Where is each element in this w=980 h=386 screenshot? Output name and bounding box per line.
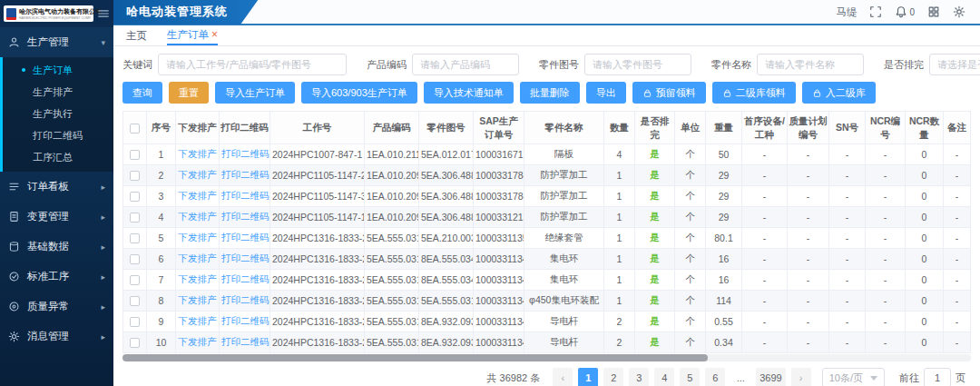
print-qrcode-link[interactable]: 打印二维码 <box>221 190 270 201</box>
cell-ncr-qty: 0 <box>922 295 927 306</box>
goto-page-input[interactable] <box>924 368 951 386</box>
top-bar: 哈电动装管理系统 马缇 0 <box>113 0 980 25</box>
issue-scheduling-link[interactable]: 下发排产 <box>179 232 217 242</box>
issue-scheduling-link[interactable]: 下发排产 <box>179 190 217 201</box>
import-production-order-button[interactable]: 导入生产订单 <box>215 82 295 104</box>
into-secondary-warehouse-button[interactable]: 入二级库 <box>802 82 876 104</box>
page-button-4[interactable]: 4 <box>654 368 674 386</box>
keyword-input[interactable] <box>158 54 347 75</box>
product-code-input[interactable] <box>412 54 519 75</box>
print-qrcode-link[interactable]: 打印二维码 <box>221 232 270 242</box>
row-checkbox[interactable] <box>130 233 140 243</box>
row-checkbox[interactable] <box>130 192 140 202</box>
part-drawing-no-input[interactable] <box>584 54 691 75</box>
print-qrcode-link[interactable]: 打印二维码 <box>221 294 270 305</box>
cell-part-no: 8EA.932.0930 <box>421 316 474 327</box>
issue-scheduling-link[interactable]: 下发排产 <box>179 211 217 222</box>
sidebar-item-production-execution[interactable]: 生产执行 <box>3 103 113 124</box>
sidebar-group-quality-exception[interactable]: 质量异常▸ <box>0 292 113 322</box>
issue-scheduling-link[interactable]: 下发排产 <box>179 252 217 263</box>
issue-scheduling-link[interactable]: 下发排产 <box>179 148 217 159</box>
horizontal-scrollbar-thumb[interactable] <box>122 354 708 361</box>
col-quality-plan-no: 质量计划编号 <box>788 112 829 144</box>
scheduled-select[interactable]: 请选择是否排完 <box>929 54 980 75</box>
horizontal-scrollbar-track <box>122 354 971 361</box>
import-603-903-order-button[interactable]: 导入603/903生产订单 <box>301 82 417 104</box>
print-qrcode-link[interactable]: 打印二维码 <box>221 315 270 326</box>
page-button-5[interactable]: 5 <box>680 368 700 386</box>
prev-page-button[interactable]: ‹ <box>553 368 573 386</box>
row-index-cell: 1 <box>147 144 176 165</box>
current-username[interactable]: 马缇 <box>836 5 857 19</box>
cell-ncr-no-cell: - <box>866 249 906 270</box>
row-checkbox[interactable] <box>130 296 140 306</box>
close-tab-icon[interactable]: × <box>211 28 218 41</box>
row-checkbox[interactable] <box>130 338 140 348</box>
content-panel: 关键词 产品编码 零件图号 零件名称 是否排完 <box>113 46 980 386</box>
print-qrcode-link[interactable]: 打印二维码 <box>221 211 270 222</box>
issue-scheduling-link[interactable]: 下发排产 <box>179 294 217 305</box>
next-page-button[interactable]: › <box>791 368 811 386</box>
row-checkbox[interactable] <box>130 171 140 181</box>
print-qrcode-link[interactable]: 打印二维码 <box>221 169 270 180</box>
page-button-2[interactable]: 2 <box>603 368 623 386</box>
page-button-6[interactable]: 6 <box>705 368 725 386</box>
sidebar-item-production-order[interactable]: 生产订单 <box>3 59 113 81</box>
row-checkbox[interactable] <box>130 317 140 327</box>
cell-product-code: 5EA.555.0312 <box>367 253 419 264</box>
tab-production-order[interactable]: 生产订单 × <box>167 25 218 45</box>
fullscreen-icon[interactable] <box>869 5 882 18</box>
issue-scheduling-link[interactable]: 下发排产 <box>179 169 217 180</box>
export-button[interactable]: 导出 <box>586 82 626 104</box>
cell-unit-cell: 个 <box>675 249 706 270</box>
import-603-903-order-label: 导入603/903生产订单 <box>311 86 407 100</box>
print-qrcode-link-cell: 打印二维码 <box>220 332 270 353</box>
cell-qty: 4 <box>617 149 622 160</box>
batch-delete-button[interactable]: 批量删除 <box>520 82 580 104</box>
sidebar-group-change-management[interactable]: 变更管理▸ <box>0 202 113 232</box>
sidebar-group-message-management[interactable]: 消息管理▸ <box>0 322 113 351</box>
secondary-warehouse-pick-button[interactable]: 二级库领料 <box>712 82 796 104</box>
sidebar-group-production-management[interactable]: 生产管理▾ <box>0 27 113 57</box>
sidebar-item-production-scheduling[interactable]: 生产排产 <box>3 81 113 103</box>
print-qrcode-link[interactable]: 打印二维码 <box>221 336 270 347</box>
page-button-1[interactable]: 1 <box>578 368 598 386</box>
sidebar-group-basic-data[interactable]: 基础数据▸ <box>0 232 113 262</box>
col-sn-no: SN号 <box>829 112 866 144</box>
notifications-button[interactable]: 0 <box>895 5 915 18</box>
gear-icon[interactable] <box>953 5 965 18</box>
cell-remark-cell: - <box>944 207 971 228</box>
apps-grid-icon[interactable] <box>927 5 940 18</box>
issue-scheduling-link[interactable]: 下发排产 <box>179 273 217 284</box>
orders-table-wrap: 序号 下发排产 打印二维码 工作号 产品编码 零件图号 SAP生产订单号 零件名… <box>122 111 971 361</box>
row-checkbox[interactable] <box>130 213 140 223</box>
row-checkbox[interactable] <box>130 254 140 264</box>
select-all-checkbox[interactable] <box>130 124 140 134</box>
row-checkbox[interactable] <box>130 275 140 285</box>
keyword-filter: 关键词 <box>122 54 347 75</box>
import-tech-notice-button[interactable]: 导入技术通知单 <box>424 82 514 104</box>
collapse-sidebar-icon[interactable] <box>97 7 110 20</box>
print-qrcode-link[interactable]: 打印二维码 <box>221 148 270 159</box>
print-qrcode-link[interactable]: 打印二维码 <box>221 252 270 263</box>
page-size-select[interactable]: 10条/页 <box>822 368 885 386</box>
row-checkbox[interactable] <box>130 150 140 160</box>
reserve-material-button[interactable]: 预留领料 <box>632 82 706 104</box>
search-button[interactable]: 查询 <box>122 82 162 104</box>
print-qrcode-link[interactable]: 打印二维码 <box>221 273 270 284</box>
keyword-label: 关键词 <box>122 58 152 72</box>
sidebar-group-standard-process[interactable]: 标准工序▸ <box>0 262 113 292</box>
issue-scheduling-link[interactable]: 下发排产 <box>179 336 217 347</box>
more-pages-icon[interactable]: ... <box>730 368 750 386</box>
reset-button[interactable]: 重置 <box>169 82 209 104</box>
page-button-3[interactable]: 3 <box>629 368 649 386</box>
tab-home[interactable]: 主页 <box>126 25 147 45</box>
issue-scheduling-link[interactable]: 下发排产 <box>179 315 217 326</box>
sidebar-group-order-board[interactable]: 订单看板▸ <box>0 172 113 202</box>
sidebar-item-print-qrcode[interactable]: 打印二维码 <box>3 124 113 146</box>
cell-product-code: 5EA.555.0312 <box>367 295 419 306</box>
chevron-right-icon: ▸ <box>101 213 105 222</box>
page-button-last[interactable]: 3699 <box>756 368 785 386</box>
part-name-input[interactable] <box>757 54 864 75</box>
sidebar-item-process-summary[interactable]: 工序汇总 <box>3 146 113 168</box>
